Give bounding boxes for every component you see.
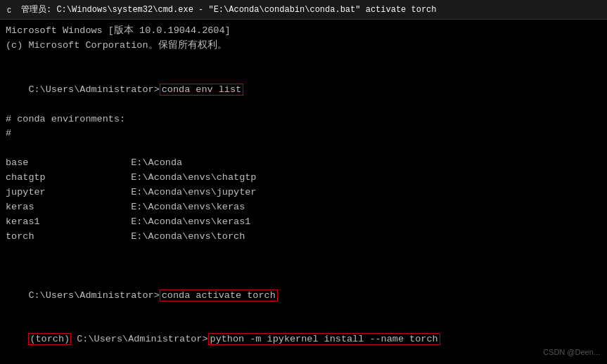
prompt3: C:\Users\Administrator> <box>71 334 207 344</box>
cmd2-highlight: conda activate torch <box>160 290 278 301</box>
line-chatgtp: chatgtp E:\Aconda\envs\chatgtp <box>6 171 601 186</box>
line-prompt1: C:\Users\Administrator>conda env list <box>6 68 601 112</box>
line-blank2 <box>6 141 601 156</box>
line-corp: (c) Microsoft Corporation。保留所有权利。 <box>6 39 601 53</box>
torch-prompt-box: (torch) <box>28 333 71 345</box>
svg-text:C: C <box>7 7 11 15</box>
watermark: CSDN @Deen... <box>543 346 600 358</box>
title-bar-text: 管理员: C:\Windows\system32\cmd.exe - "E:\A… <box>21 4 601 15</box>
terminal-body[interactable]: Microsoft Windows [版本 10.0.19044.2604] (… <box>0 20 607 364</box>
line-version: Microsoft Windows [版本 10.0.19044.2604] <box>6 24 601 39</box>
line-blank4 <box>6 259 601 274</box>
line-hash: # <box>6 126 601 141</box>
line-keras: keras E:\Aconda\envs\keras <box>6 200 601 215</box>
line-blank3 <box>6 245 601 259</box>
line-blank1 <box>6 53 601 68</box>
cmd-icon: C <box>6 4 17 15</box>
line-prompt2: C:\Users\Administrator>conda activate to… <box>6 274 601 318</box>
prompt2: C:\Users\Administrator> <box>28 290 159 301</box>
line-torch-env: torch E:\Aconda\envs\torch <box>6 230 601 245</box>
title-bar: C 管理员: C:\Windows\system32\cmd.exe - "E:… <box>0 0 607 20</box>
line-keras1: keras1 E:\Aconda\envs\keras1 <box>6 215 601 230</box>
line-jupyter: jupyter E:\Aconda\envs\jupyter <box>6 186 601 200</box>
cmd3-highlight: python -m ipykernel install --name torch <box>208 333 440 345</box>
line-prompt3: (torch) C:\Users\Administrator>python -m… <box>6 318 601 362</box>
line-comment: # conda environments: <box>6 112 601 127</box>
cmd1-highlight: conda env list <box>160 84 243 96</box>
line-base: base E:\Aconda <box>6 156 601 171</box>
prompt1: C:\Users\Administrator> <box>28 84 159 95</box>
